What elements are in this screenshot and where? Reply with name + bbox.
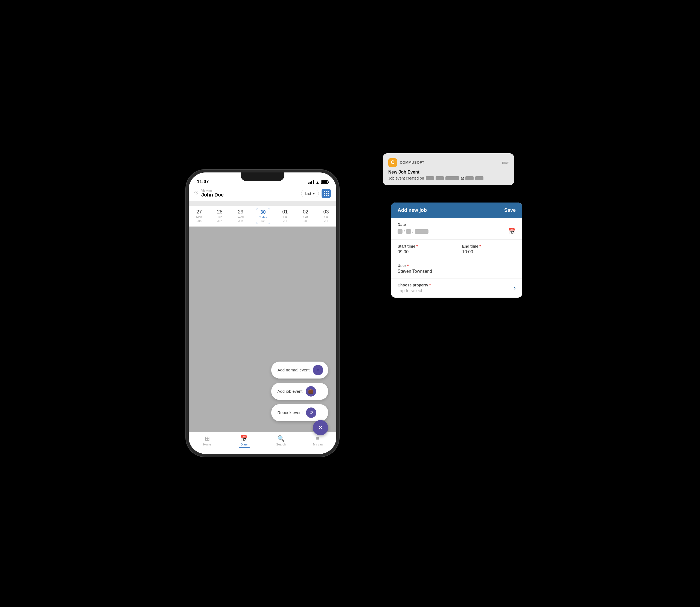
list-label: List <box>305 191 311 196</box>
end-time-value[interactable]: 10:00 <box>462 250 473 254</box>
redact-yyyy <box>415 229 429 234</box>
cal-day-28[interactable]: 28 Tue Jun <box>214 208 225 224</box>
job-panel-header: Add new job Save <box>391 203 522 218</box>
property-label: Choose property * <box>397 283 431 287</box>
phone-header: ♡ Viewing John Doe List ▾ <box>189 186 336 201</box>
user-label: User * <box>397 264 516 268</box>
cal-day-29[interactable]: 29 Wed Jun <box>235 208 246 224</box>
rebook-icon: ↺ <box>306 407 316 418</box>
time-field-group: Start time * 09:00 End time * 10:00 <box>391 240 522 259</box>
notif-app-name: COMMUSOFT <box>400 161 425 165</box>
start-time-col: Start time * 09:00 <box>397 244 451 254</box>
end-time-col: End time * 10:00 <box>462 244 516 254</box>
briefcase-icon: 💼 <box>306 386 316 397</box>
my-van-icon: ≡ <box>316 435 320 442</box>
chevron-right-icon: › <box>514 285 516 291</box>
start-time-label: Start time * <box>397 244 451 248</box>
signal-icon <box>308 180 314 184</box>
wifi-icon: ▲ <box>315 180 320 185</box>
user-field-group: User * Steven Townsend <box>391 259 522 278</box>
redact-dd <box>397 229 403 234</box>
time-row: Start time * 09:00 End time * 10:00 <box>397 244 516 254</box>
calendar-picker-icon[interactable]: 📅 <box>508 228 516 235</box>
bookmark-icon: ♡ <box>194 190 199 196</box>
status-icons: ▲ <box>308 180 328 185</box>
nav-diary[interactable]: 📅 Diary <box>226 435 263 448</box>
cal-day-02[interactable]: 02 Sat Jul <box>300 208 311 224</box>
notif-app-info: C COMMUSOFT <box>388 158 425 167</box>
battery-icon <box>321 181 328 184</box>
bottom-nav: ⊞ Home 📅 Diary 🔍 Search ≡ My van <box>189 432 336 454</box>
nav-search[interactable]: 🔍 Search <box>263 435 300 446</box>
rebook-event-button[interactable]: Rebook event ↺ <box>271 404 328 421</box>
grid-view-button[interactable] <box>322 189 331 198</box>
list-toggle-button[interactable]: List ▾ <box>301 190 319 197</box>
redacted-time-h <box>466 176 474 180</box>
notif-title: New Job Event <box>388 170 509 175</box>
chevron-down-icon: ▾ <box>313 191 315 196</box>
add-new-job-panel: Add new job Save Date / / 📅 <box>391 203 522 298</box>
phone-notch <box>241 172 284 181</box>
add-normal-event-button[interactable]: Add normal event + <box>271 361 328 378</box>
calendar-strip: 27 Mon Jun 28 Tue Jun 29 Wed Jun <box>189 206 336 227</box>
viewing-user: Viewing John Doe <box>201 189 224 198</box>
notif-time: now <box>502 161 509 165</box>
search-icon: 🔍 <box>277 435 285 442</box>
grid-icon <box>324 191 329 196</box>
start-time-value[interactable]: 09:00 <box>397 250 409 254</box>
property-left: Choose property * Tap to select <box>397 283 431 293</box>
redacted-date-d <box>426 176 434 180</box>
cal-day-27[interactable]: 27 Mon Jun <box>193 208 205 224</box>
home-icon: ⊞ <box>205 435 210 442</box>
redacted-date-m <box>436 176 444 180</box>
date-value[interactable]: / / <box>397 229 429 234</box>
notification-card: C COMMUSOFT now New Job Event Job event … <box>383 153 514 185</box>
nav-home[interactable]: ⊞ Home <box>189 435 226 446</box>
action-buttons-container: Add normal event + Add job event 💼 Reboo… <box>271 361 328 421</box>
end-time-label: End time * <box>462 244 516 248</box>
status-time: 11:07 <box>197 179 209 185</box>
diary-icon: 📅 <box>240 435 248 442</box>
redact-mm <box>406 229 411 234</box>
tap-to-select: Tap to select <box>397 288 422 293</box>
cal-day-01[interactable]: 01 Fri Jul <box>280 208 291 224</box>
commusoft-app-icon: C <box>388 158 397 167</box>
phone-device: 11:07 ▲ <box>186 170 339 457</box>
user-name: John Doe <box>201 192 224 198</box>
plus-icon: + <box>313 365 323 375</box>
header-left: ♡ Viewing John Doe <box>194 189 224 198</box>
nav-active-indicator <box>239 447 250 448</box>
close-icon: ✕ <box>318 424 323 432</box>
redacted-date-y <box>446 176 459 180</box>
date-label: Date <box>397 223 516 227</box>
user-value[interactable]: Steven Townsend <box>397 269 432 274</box>
job-panel-body: Date / / 📅 <box>391 218 522 298</box>
notif-body: Job event created on at <box>388 176 509 181</box>
cal-day-30-today[interactable]: 30 Today Jun <box>256 208 270 224</box>
notif-header: C COMMUSOFT now <box>388 158 509 167</box>
job-panel-title: Add new job <box>397 207 427 213</box>
choose-property-row[interactable]: Choose property * Tap to select › <box>391 278 522 298</box>
viewing-label: Viewing <box>201 189 224 192</box>
date-row: / / 📅 <box>397 228 516 235</box>
close-fab-button[interactable]: ✕ <box>313 420 328 435</box>
add-job-event-button[interactable]: Add job event 💼 <box>271 383 328 400</box>
date-field-group: Date / / 📅 <box>391 218 522 240</box>
nav-my-van[interactable]: ≡ My van <box>300 435 336 446</box>
cal-day-03[interactable]: 03 Su Jul <box>321 208 331 224</box>
save-button[interactable]: Save <box>504 207 516 213</box>
redacted-time-m <box>475 176 483 180</box>
